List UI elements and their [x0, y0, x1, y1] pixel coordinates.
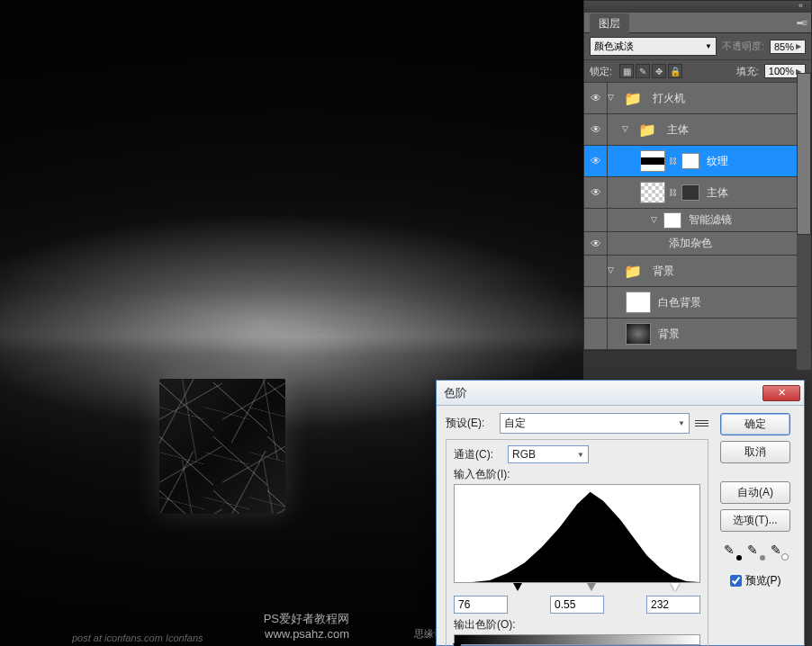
opacity-value: 85%	[774, 41, 794, 52]
preview-checkbox[interactable]	[730, 575, 742, 587]
layer-row[interactable]: 👁▽📁主体	[584, 114, 811, 146]
blend-row: 颜色减淡 ▼ 不透明度: 85% ▶	[584, 33, 811, 60]
black-point-eyedropper-icon[interactable]: ✎	[724, 543, 740, 559]
shadow-slider[interactable]	[513, 583, 522, 591]
gray-point-eyedropper-icon[interactable]: ✎	[747, 543, 763, 559]
visibility-toggle[interactable]: 👁	[584, 232, 608, 255]
preview-label: 预览(P)	[745, 573, 781, 588]
dialog-title: 色阶	[444, 385, 762, 401]
visibility-toggle[interactable]: 👁	[584, 114, 608, 145]
layer-row[interactable]: 👁⛓纹理	[584, 146, 811, 177]
input-levels-label: 输入色阶(I):	[454, 467, 700, 482]
visibility-toggle[interactable]	[584, 287, 608, 318]
preset-row: 预设(E): 自定 ▼	[446, 413, 708, 434]
texture-layer-preview	[159, 379, 285, 514]
midtone-input[interactable]	[550, 596, 604, 614]
lock-transparency-icon[interactable]: ▦	[619, 64, 634, 78]
visibility-toggle[interactable]: 👁	[584, 83, 608, 113]
histogram[interactable]	[454, 484, 700, 583]
midtone-slider[interactable]	[587, 583, 596, 591]
preset-menu-icon[interactable]	[695, 417, 708, 429]
expand-toggle-icon[interactable]: ▽	[608, 93, 617, 102]
auto-button[interactable]: 自动(A)	[720, 481, 790, 504]
dialog-titlebar[interactable]: 色阶 ✕	[437, 381, 804, 406]
ok-button[interactable]: 确定	[720, 413, 790, 435]
channel-label: 通道(C):	[454, 447, 502, 462]
close-button[interactable]: ✕	[762, 385, 800, 401]
layer-row[interactable]: ▽智能滤镜	[584, 209, 811, 232]
channel-value: RGB	[512, 448, 536, 461]
expand-toggle-icon[interactable]: ▽	[622, 124, 631, 133]
layer-row[interactable]: 👁⛓主体▽	[584, 177, 811, 209]
scrollbar[interactable]	[797, 73, 811, 370]
white-point-eyedropper-icon[interactable]: ✎	[771, 543, 787, 559]
layer-label: 主体	[667, 122, 811, 138]
panel-menu-icon[interactable]: ▪▪▪≡	[797, 17, 806, 28]
layer-row[interactable]: ▽📁背景	[584, 256, 811, 287]
levels-dialog: 色阶 ✕ 预设(E): 自定 ▼ 通道(C): RGB ▼	[436, 380, 805, 646]
layers-panel: « 图层 ▪▪▪≡ 颜色减淡 ▼ 不透明度: 85% ▶ 锁定: ▦ ✎ ✥ 🔒…	[583, 0, 812, 351]
blend-mode-select[interactable]: 颜色减淡 ▼	[590, 37, 717, 56]
cancel-button[interactable]: 取消	[720, 441, 790, 463]
preset-value: 自定	[504, 416, 526, 431]
input-slider[interactable]	[454, 585, 700, 594]
visibility-toggle[interactable]	[584, 209, 608, 231]
mask-thumbnail[interactable]	[681, 153, 699, 169]
chevron-down-icon: ▼	[705, 42, 712, 50]
layer-label: 添加杂色	[669, 236, 811, 251]
link-icon[interactable]: ⛓	[669, 188, 678, 197]
opacity-input[interactable]: 85% ▶	[770, 40, 806, 54]
layer-row[interactable]: 👁添加杂色	[584, 232, 811, 256]
eyedropper-group: ✎ ✎ ✎	[724, 543, 787, 559]
expand-toggle-icon[interactable]: ▽	[651, 215, 660, 224]
watermark-psahz: PS爱好者教程网 www.psahz.com	[264, 612, 349, 642]
visibility-toggle[interactable]: 👁	[584, 146, 608, 176]
link-icon[interactable]: ⛓	[669, 157, 678, 166]
folder-icon: 📁	[620, 260, 645, 282]
lock-paint-icon[interactable]: ✎	[636, 64, 650, 78]
layer-label: 背景	[653, 264, 811, 279]
chevron-right-icon: ▶	[796, 42, 801, 50]
opacity-label: 不透明度:	[722, 40, 764, 53]
options-button[interactable]: 选项(T)...	[720, 509, 790, 532]
layer-row[interactable]: 背景	[584, 319, 811, 350]
visibility-toggle[interactable]: 👁	[584, 177, 608, 208]
layer-label: 智能滤镜	[689, 212, 811, 228]
folder-icon: 📁	[620, 87, 645, 109]
layer-label: 打火机	[653, 91, 811, 106]
layers-tab[interactable]: 图层	[590, 13, 629, 34]
layer-thumbnail[interactable]	[640, 182, 665, 203]
layer-row[interactable]: 👁▽📁打火机	[584, 83, 811, 114]
expand-toggle-icon[interactable]: ▽	[608, 265, 617, 274]
lock-position-icon[interactable]: ✥	[652, 64, 666, 78]
collapse-icon[interactable]: «	[798, 1, 807, 13]
layer-thumbnail[interactable]	[626, 292, 651, 313]
lock-all-icon[interactable]: 🔒	[668, 64, 682, 78]
visibility-toggle[interactable]	[584, 256, 608, 286]
preset-label: 预设(E):	[446, 416, 494, 431]
scrollbar-thumb[interactable]	[797, 73, 811, 235]
layer-row[interactable]: 白色背景	[584, 287, 811, 319]
layer-label: 主体	[707, 185, 798, 201]
layer-thumbnail[interactable]	[640, 150, 665, 172]
chevron-down-icon: ▼	[678, 419, 685, 427]
shadow-input[interactable]	[454, 596, 508, 614]
folder-icon: 📁	[635, 119, 660, 140]
layer-label: 纹理	[707, 154, 811, 169]
output-gradient	[454, 634, 700, 645]
visibility-toggle[interactable]	[584, 319, 608, 349]
lock-label: 锁定:	[590, 65, 612, 78]
channel-select[interactable]: RGB ▼	[508, 445, 589, 463]
smart-thumbnail[interactable]	[681, 184, 699, 201]
highlight-slider[interactable]	[671, 583, 680, 591]
fill-label: 填充:	[736, 65, 759, 78]
layer-list[interactable]: 👁▽📁打火机👁▽📁主体👁⛓纹理👁⛓主体▽▽智能滤镜👁添加杂色▽📁背景白色背景背景	[584, 83, 811, 350]
filter-mask-thumbnail[interactable]	[663, 212, 681, 229]
panel-collapse-bar[interactable]: «	[584, 1, 811, 13]
preview-row: 预览(P)	[730, 573, 781, 588]
fill-value: 100%	[769, 66, 794, 76]
preset-select[interactable]: 自定 ▼	[500, 413, 690, 434]
highlight-input[interactable]	[646, 596, 700, 614]
layer-thumbnail[interactable]	[626, 323, 651, 345]
panel-tab-row: 图层 ▪▪▪≡	[584, 13, 811, 33]
